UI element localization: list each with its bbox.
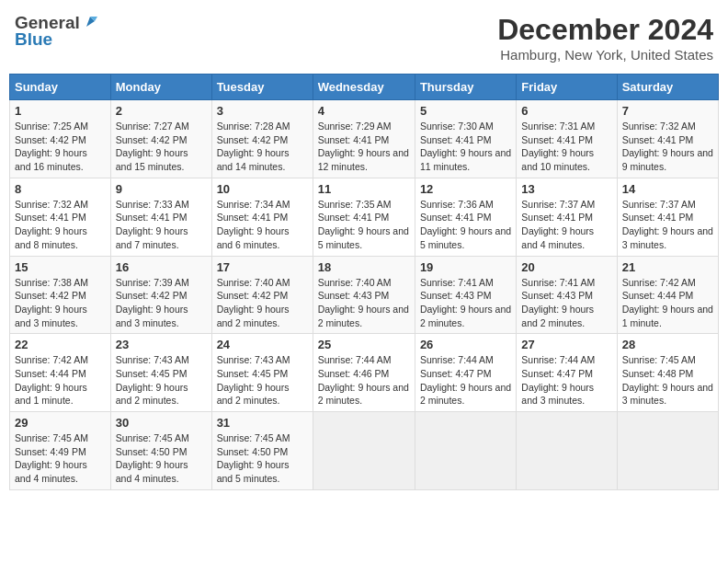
- table-row: 8 Sunrise: 7:32 AM Sunset: 4:41 PM Dayli…: [10, 178, 111, 256]
- day-info: Sunrise: 7:43 AM Sunset: 4:45 PM Dayligh…: [116, 353, 207, 408]
- calendar-body: 1 Sunrise: 7:25 AM Sunset: 4:42 PM Dayli…: [10, 100, 719, 490]
- day-info: Sunrise: 7:37 AM Sunset: 4:41 PM Dayligh…: [622, 198, 713, 252]
- month-title: December 2024: [497, 13, 713, 47]
- header-saturday: Saturday: [617, 75, 718, 100]
- day-info: Sunrise: 7:41 AM Sunset: 4:43 PM Dayligh…: [521, 276, 611, 330]
- day-info: Sunrise: 7:38 AM Sunset: 4:42 PM Dayligh…: [15, 276, 106, 330]
- header-wednesday: Wednesday: [313, 75, 415, 100]
- table-row: 2 Sunrise: 7:27 AM Sunset: 4:42 PM Dayli…: [110, 100, 211, 178]
- day-info: Sunrise: 7:44 AM Sunset: 4:47 PM Dayligh…: [420, 353, 511, 408]
- day-info: Sunrise: 7:32 AM Sunset: 4:41 PM Dayligh…: [622, 120, 713, 174]
- table-row: 6 Sunrise: 7:31 AM Sunset: 4:41 PM Dayli…: [517, 100, 617, 178]
- table-row: [313, 412, 415, 490]
- day-info: Sunrise: 7:32 AM Sunset: 4:41 PM Dayligh…: [15, 198, 106, 252]
- table-row: 24 Sunrise: 7:43 AM Sunset: 4:45 PM Dayl…: [211, 334, 313, 412]
- table-row: 9 Sunrise: 7:33 AM Sunset: 4:41 PM Dayli…: [110, 178, 211, 256]
- day-number: 9: [116, 182, 207, 196]
- day-number: 20: [521, 260, 611, 274]
- page-header: General Blue December 2024 Hamburg, New …: [9, 9, 719, 66]
- table-row: 18 Sunrise: 7:40 AM Sunset: 4:43 PM Dayl…: [313, 256, 415, 334]
- table-row: 20 Sunrise: 7:41 AM Sunset: 4:43 PM Dayl…: [517, 256, 617, 334]
- table-row: 12 Sunrise: 7:36 AM Sunset: 4:41 PM Dayl…: [415, 178, 516, 256]
- day-info: Sunrise: 7:35 AM Sunset: 4:41 PM Dayligh…: [318, 198, 410, 252]
- table-row: [415, 412, 516, 490]
- day-info: Sunrise: 7:34 AM Sunset: 4:41 PM Dayligh…: [217, 198, 308, 252]
- day-number: 30: [116, 416, 207, 430]
- day-info: Sunrise: 7:37 AM Sunset: 4:41 PM Dayligh…: [521, 198, 611, 252]
- day-info: Sunrise: 7:28 AM Sunset: 4:42 PM Dayligh…: [217, 120, 308, 174]
- day-info: Sunrise: 7:40 AM Sunset: 4:43 PM Dayligh…: [318, 276, 410, 330]
- day-number: 26: [420, 338, 511, 351]
- table-row: 10 Sunrise: 7:34 AM Sunset: 4:41 PM Dayl…: [211, 178, 313, 256]
- day-info: Sunrise: 7:45 AM Sunset: 4:50 PM Dayligh…: [116, 431, 207, 486]
- day-number: 10: [217, 182, 308, 196]
- day-info: Sunrise: 7:43 AM Sunset: 4:45 PM Dayligh…: [217, 353, 308, 408]
- logo-blue: Blue: [15, 29, 52, 50]
- day-number: 11: [318, 182, 410, 196]
- day-info: Sunrise: 7:45 AM Sunset: 4:48 PM Dayligh…: [622, 353, 713, 408]
- day-number: 4: [318, 104, 410, 118]
- header-friday: Friday: [517, 75, 617, 100]
- day-info: Sunrise: 7:44 AM Sunset: 4:47 PM Dayligh…: [521, 353, 611, 408]
- day-info: Sunrise: 7:42 AM Sunset: 4:44 PM Dayligh…: [622, 276, 713, 330]
- day-info: Sunrise: 7:30 AM Sunset: 4:41 PM Dayligh…: [420, 120, 511, 174]
- table-row: 17 Sunrise: 7:40 AM Sunset: 4:42 PM Dayl…: [211, 256, 313, 334]
- table-row: 27 Sunrise: 7:44 AM Sunset: 4:47 PM Dayl…: [517, 334, 617, 412]
- location: Hamburg, New York, United States: [497, 47, 713, 63]
- day-number: 22: [15, 338, 106, 351]
- table-row: 21 Sunrise: 7:42 AM Sunset: 4:44 PM Dayl…: [617, 256, 718, 334]
- table-row: 7 Sunrise: 7:32 AM Sunset: 4:41 PM Dayli…: [617, 100, 718, 178]
- header-tuesday: Tuesday: [211, 75, 313, 100]
- day-number: 28: [622, 338, 713, 351]
- table-row: 3 Sunrise: 7:28 AM Sunset: 4:42 PM Dayli…: [211, 100, 313, 178]
- day-info: Sunrise: 7:31 AM Sunset: 4:41 PM Dayligh…: [521, 120, 611, 174]
- table-row: 11 Sunrise: 7:35 AM Sunset: 4:41 PM Dayl…: [313, 178, 415, 256]
- table-row: 29 Sunrise: 7:45 AM Sunset: 4:49 PM Dayl…: [10, 412, 111, 490]
- day-number: 19: [420, 260, 511, 274]
- logo-icon: [82, 14, 98, 30]
- day-number: 3: [217, 104, 308, 118]
- table-row: 19 Sunrise: 7:41 AM Sunset: 4:43 PM Dayl…: [415, 256, 516, 334]
- table-row: 26 Sunrise: 7:44 AM Sunset: 4:47 PM Dayl…: [415, 334, 516, 412]
- calendar-header: Sunday Monday Tuesday Wednesday Thursday…: [10, 75, 719, 100]
- day-number: 27: [521, 338, 611, 351]
- day-number: 1: [15, 104, 106, 118]
- table-row: 30 Sunrise: 7:45 AM Sunset: 4:50 PM Dayl…: [110, 412, 211, 490]
- day-number: 29: [15, 416, 106, 430]
- day-info: Sunrise: 7:45 AM Sunset: 4:50 PM Dayligh…: [217, 431, 308, 486]
- table-row: 22 Sunrise: 7:42 AM Sunset: 4:44 PM Dayl…: [10, 334, 111, 412]
- day-number: 23: [116, 338, 207, 351]
- day-info: Sunrise: 7:44 AM Sunset: 4:46 PM Dayligh…: [318, 353, 410, 408]
- day-number: 6: [521, 104, 611, 118]
- table-row: 15 Sunrise: 7:38 AM Sunset: 4:42 PM Dayl…: [10, 256, 111, 334]
- day-number: 14: [622, 182, 713, 196]
- header-sunday: Sunday: [10, 75, 111, 100]
- table-row: 23 Sunrise: 7:43 AM Sunset: 4:45 PM Dayl…: [110, 334, 211, 412]
- table-row: 25 Sunrise: 7:44 AM Sunset: 4:46 PM Dayl…: [313, 334, 415, 412]
- table-row: 28 Sunrise: 7:45 AM Sunset: 4:48 PM Dayl…: [617, 334, 718, 412]
- day-info: Sunrise: 7:42 AM Sunset: 4:44 PM Dayligh…: [15, 353, 106, 408]
- day-number: 24: [217, 338, 308, 351]
- calendar: Sunday Monday Tuesday Wednesday Thursday…: [9, 74, 719, 490]
- day-number: 17: [217, 260, 308, 274]
- day-number: 21: [622, 260, 713, 274]
- day-info: Sunrise: 7:27 AM Sunset: 4:42 PM Dayligh…: [116, 120, 207, 174]
- day-info: Sunrise: 7:41 AM Sunset: 4:43 PM Dayligh…: [420, 276, 511, 330]
- table-row: 4 Sunrise: 7:29 AM Sunset: 4:41 PM Dayli…: [313, 100, 415, 178]
- header-monday: Monday: [110, 75, 211, 100]
- day-info: Sunrise: 7:39 AM Sunset: 4:42 PM Dayligh…: [116, 276, 207, 330]
- table-row: [517, 412, 617, 490]
- table-row: 16 Sunrise: 7:39 AM Sunset: 4:42 PM Dayl…: [110, 256, 211, 334]
- table-row: 5 Sunrise: 7:30 AM Sunset: 4:41 PM Dayli…: [415, 100, 516, 178]
- day-number: 15: [15, 260, 106, 274]
- title-section: December 2024 Hamburg, New York, United …: [497, 13, 713, 63]
- day-info: Sunrise: 7:40 AM Sunset: 4:42 PM Dayligh…: [217, 276, 308, 330]
- day-info: Sunrise: 7:33 AM Sunset: 4:41 PM Dayligh…: [116, 198, 207, 252]
- day-info: Sunrise: 7:36 AM Sunset: 4:41 PM Dayligh…: [420, 198, 511, 252]
- day-info: Sunrise: 7:29 AM Sunset: 4:41 PM Dayligh…: [318, 120, 410, 174]
- day-number: 7: [622, 104, 713, 118]
- day-number: 31: [217, 416, 308, 430]
- day-number: 2: [116, 104, 207, 118]
- day-number: 16: [116, 260, 207, 274]
- header-thursday: Thursday: [415, 75, 516, 100]
